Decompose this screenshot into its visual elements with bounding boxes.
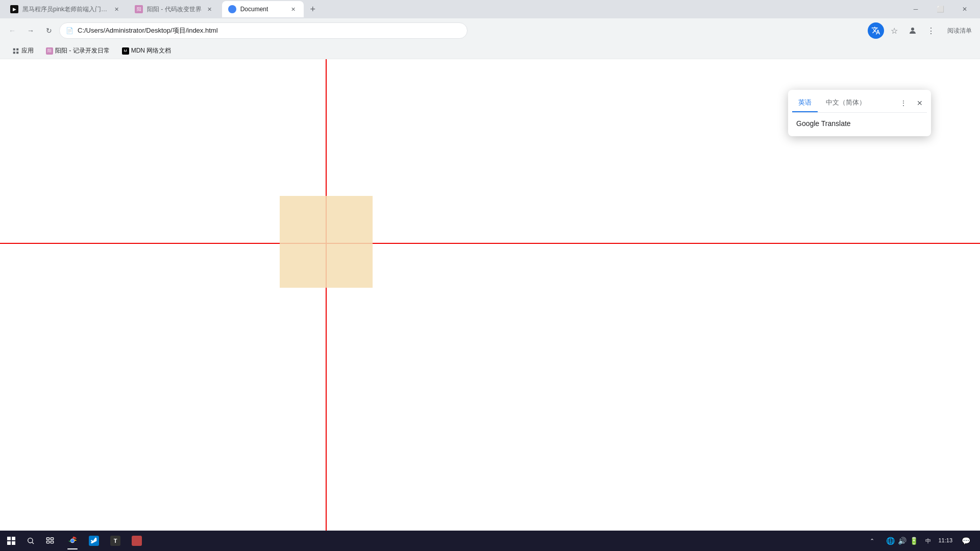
tab-2-favicon: 阳 (135, 5, 143, 13)
tab-2-close[interactable]: ✕ (206, 5, 214, 13)
tab-3[interactable]: Document ✕ (222, 1, 304, 17)
bookmark-yangyang-favicon: 阳 (46, 47, 53, 55)
url-bar[interactable]: 📄 C:/Users/Administrator/Desktop/项目/inde… (59, 22, 468, 39)
svg-rect-13 (51, 541, 53, 543)
svg-rect-5 (16, 48, 18, 50)
network-icon: 🌐 (886, 537, 895, 545)
reading-mode-button[interactable]: 阅读清单 (943, 27, 976, 35)
svg-point-3 (911, 28, 914, 31)
tab-1[interactable]: ▶ 黑马程序员pink老师前端入门教学... ✕ (4, 1, 127, 17)
forward-button[interactable]: → (22, 22, 39, 39)
taskbar-app-typora[interactable]: T (105, 531, 126, 550)
url-file-icon: 📄 (66, 27, 74, 34)
bookmark-mdn-label: MDN 网络文档 (131, 46, 172, 55)
translate-popup-body: Google Translate (788, 113, 931, 136)
input-method-indicator[interactable]: 中 (923, 537, 933, 545)
taskbar-pinned-apps: T (62, 531, 147, 550)
vscode-icon (89, 536, 99, 546)
bookmark-star-button[interactable]: ☆ (886, 22, 902, 39)
svg-rect-11 (51, 538, 53, 540)
bookmarks-bar: 应用 阳 阳阳 - 记录开发日常 M MDN 网络文档 (0, 43, 980, 59)
tab-1-close[interactable]: ✕ (112, 5, 120, 13)
svg-rect-4 (13, 48, 15, 50)
svg-point-8 (28, 538, 33, 543)
svg-rect-6 (13, 52, 15, 54)
reload-button[interactable]: ↻ (41, 22, 57, 39)
window-controls: ─ ⬜ ✕ (904, 1, 976, 17)
translate-popup-header: 英语 中文（简体） ⋮ ✕ (788, 90, 931, 112)
close-button[interactable]: ✕ (953, 1, 976, 17)
title-bar: ▶ 黑马程序员pink老师前端入门教学... ✕ 阳 阳阳 - 代码改变世界 ✕… (0, 0, 980, 18)
bookmark-apps[interactable]: 应用 (8, 44, 38, 57)
svg-rect-7 (16, 52, 18, 54)
svg-line-9 (32, 542, 34, 544)
menu-button[interactable]: ⋮ (923, 22, 939, 39)
crosshair-vertical (326, 59, 327, 531)
svg-rect-10 (46, 538, 49, 540)
tab-1-title: 黑马程序员pink老师前端入门教学... (22, 5, 108, 14)
battery-icon: 🔋 (910, 537, 918, 545)
back-button[interactable]: ← (4, 22, 20, 39)
translate-provider-text: Google Translate (796, 119, 851, 128)
tab-2[interactable]: 阳 阳阳 - 代码改变世界 ✕ (129, 1, 220, 17)
misc-app-icon (132, 536, 142, 546)
bookmark-apps-label: 应用 (21, 46, 34, 55)
maximize-button[interactable]: ⬜ (929, 1, 951, 17)
translate-tab-en[interactable]: 英语 (792, 94, 818, 112)
taskbar-search-button[interactable] (21, 532, 40, 550)
toolbar-right: ☆ ⋮ (868, 22, 939, 39)
crosshair-horizontal (0, 243, 980, 244)
taskbar-sys-icons: 🌐 🔊 🔋 (882, 537, 922, 545)
taskbar-app-chrome[interactable] (62, 531, 83, 550)
url-text: C:/Users/Administrator/Desktop/项目/index.… (78, 26, 461, 35)
bookmark-mdn[interactable]: M MDN 网络文档 (118, 44, 176, 57)
new-tab-button[interactable]: + (306, 2, 320, 16)
translate-more-button[interactable]: ⋮ (896, 96, 911, 110)
translate-actions: ⋮ ✕ (896, 96, 927, 110)
notification-button[interactable]: 💬 (958, 532, 974, 550)
minimize-button[interactable]: ─ (904, 1, 927, 17)
taskbar-hidden-icons-button[interactable]: ⌃ (863, 532, 881, 550)
windows-logo-icon (7, 537, 15, 545)
taskbar-app-misc[interactable] (127, 531, 147, 550)
tab-3-favicon (228, 5, 236, 13)
translate-icon-button[interactable] (868, 22, 884, 39)
typora-icon: T (110, 536, 120, 546)
translate-close-button[interactable]: ✕ (913, 96, 927, 110)
start-button[interactable] (2, 532, 20, 550)
bookmark-yangyang-label: 阳阳 - 记录开发日常 (55, 46, 110, 55)
volume-icon: 🔊 (898, 537, 906, 545)
tab-3-close[interactable]: ✕ (289, 5, 298, 13)
taskbar: T ⌃ 🌐 🔊 🔋 中 11:13 (0, 531, 980, 551)
tab-2-title: 阳阳 - 代码改变世界 (147, 5, 202, 14)
taskbar-system-tray: ⌃ 🌐 🔊 🔋 中 11:13 💬 (859, 532, 978, 550)
page-content: 英语 中文（简体） ⋮ ✕ Google Translate (0, 59, 980, 531)
bookmark-yangyang[interactable]: 阳 阳阳 - 记录开发日常 (42, 44, 114, 57)
clock-time: 11:13 (938, 537, 952, 544)
tab-3-title: Document (240, 6, 285, 13)
translate-tab-zh[interactable]: 中文（简体） (820, 94, 872, 112)
tab-1-favicon: ▶ (10, 5, 18, 13)
box-element (280, 196, 373, 288)
address-bar: ← → ↻ 📄 C:/Users/Administrator/Desktop/项… (0, 18, 980, 43)
browser-frame: ▶ 黑马程序员pink老师前端入门教学... ✕ 阳 阳阳 - 代码改变世界 ✕… (0, 0, 980, 551)
profile-button[interactable] (904, 22, 921, 39)
bookmark-mdn-favicon: M (122, 47, 129, 55)
taskbar-app-vscode[interactable] (84, 531, 104, 550)
taskbar-clock[interactable]: 11:13 (934, 537, 957, 544)
translate-popup: 英语 中文（简体） ⋮ ✕ Google Translate (788, 90, 931, 136)
svg-point-15 (71, 539, 75, 543)
taskbar-taskview-button[interactable] (41, 532, 59, 550)
svg-rect-12 (46, 541, 49, 543)
